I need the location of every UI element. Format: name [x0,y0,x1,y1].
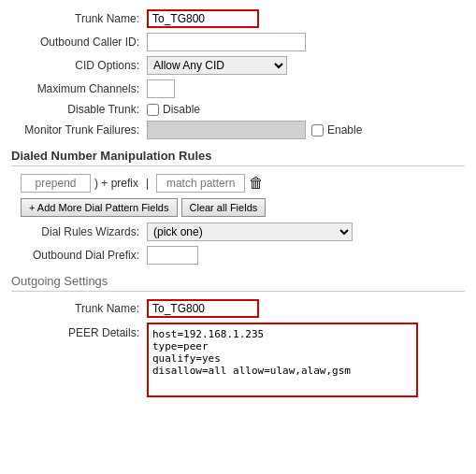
disable-trunk-checkbox[interactable] [147,104,159,116]
max-channels-label: Maximum Channels: [11,82,147,95]
cid-options-row: CID Options: Allow Any CID Block CID For… [11,56,465,75]
dial-rules-label: Dial Rules Wizards: [11,225,147,238]
cid-options-wrap: Allow Any CID Block CID Force CID [147,56,465,75]
outgoing-settings-header: Outgoing Settings [11,274,465,292]
trunk-name-row: Trunk Name: [11,9,465,28]
outbound-caller-id-row: Outbound Caller ID: [11,33,465,51]
outbound-caller-id-input[interactable] [147,33,306,51]
trunk-name2-wrap [147,299,465,318]
enable-checkbox[interactable] [311,124,324,136]
outbound-caller-id-wrap [147,33,465,51]
max-channels-input[interactable] [147,79,175,98]
trunk-name-wrap [147,9,465,28]
max-channels-row: Maximum Channels: [11,79,465,98]
plus-prefix-sign: ) + prefix [94,177,138,190]
peer-details-label: PEER Details: [11,323,147,339]
peer-details-textarea[interactable]: host=192.168.1.235 type=peer qualify=yes… [147,323,418,397]
disable-label: Disable [163,103,200,116]
dial-pattern-buttons-row: + Add More Dial Pattern Fields Clear all… [21,198,465,217]
monitor-trunk-label: Monitor Trunk Failures: [11,123,147,136]
outbound-dial-prefix-wrap [147,246,465,265]
outbound-dial-prefix-input[interactable] [147,246,198,265]
dial-pattern-row: ) + prefix | 🗑 [21,174,465,193]
prepend-input[interactable] [21,174,91,193]
trunk-name2-label: Trunk Name: [11,302,147,315]
monitor-trunk-wrap: Enable [147,121,465,139]
trunk-name-input[interactable] [147,9,259,28]
dial-rules-select[interactable]: (pick one) [147,223,353,241]
outbound-dial-prefix-row: Outbound Dial Prefix: [11,246,465,265]
disable-trunk-wrap: Disable [147,103,465,116]
cid-options-label: CID Options: [11,59,147,72]
disable-trunk-row: Disable Trunk: Disable [11,103,465,116]
max-channels-wrap [147,79,465,98]
enable-label: Enable [327,123,362,136]
peer-details-wrap: host=192.168.1.235 type=peer qualify=yes… [147,323,465,397]
outbound-dial-prefix-label: Outbound Dial Prefix: [11,249,147,262]
disable-trunk-label: Disable Trunk: [11,103,147,116]
outbound-caller-id-label: Outbound Caller ID: [11,36,147,49]
add-more-button[interactable]: + Add More Dial Pattern Fields [21,198,178,217]
clear-all-button[interactable]: Clear all Fields [181,198,267,217]
dial-rules-wrap: (pick one) [147,223,465,241]
trash-icon[interactable]: 🗑 [249,175,264,192]
dialed-number-section-header: Dialed Number Manipulation Rules [11,149,465,166]
match-pattern-input[interactable] [156,174,245,193]
trunk-name-label: Trunk Name: [11,12,147,25]
peer-details-row: PEER Details: host=192.168.1.235 type=pe… [11,323,465,397]
trunk-name2-row: Trunk Name: [11,299,465,318]
monitor-trunk-row: Monitor Trunk Failures: Enable [11,121,465,139]
pipe-sign: | [146,177,149,190]
monitor-trunk-field [147,121,306,139]
cid-options-select[interactable]: Allow Any CID Block CID Force CID [147,56,287,75]
trunk-name2-input[interactable] [147,299,259,318]
dial-rules-row: Dial Rules Wizards: (pick one) [11,223,465,241]
